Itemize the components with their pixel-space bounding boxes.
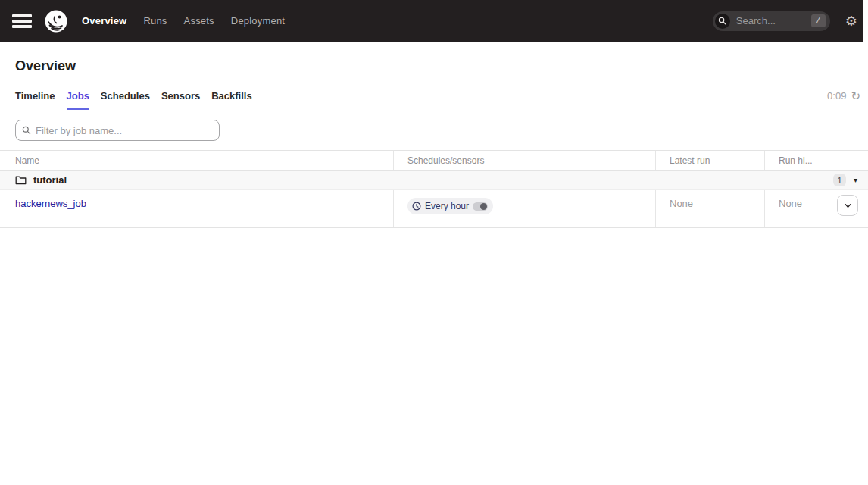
nav-item-runs[interactable]: Runs (143, 15, 167, 27)
table-header-row: Name Schedules/sensors Latest run Run hi… (0, 150, 868, 171)
top-navbar: Overview Runs Assets Deployment Search..… (0, 0, 868, 42)
column-header-actions (823, 151, 868, 170)
gear-icon[interactable]: ⚙ (845, 14, 857, 28)
job-name-cell: hackernews_job (0, 190, 394, 227)
run-history-cell: None (765, 190, 823, 227)
column-header-run-history: Run hi... (765, 151, 823, 170)
caret-down-icon[interactable]: ▾ (854, 177, 857, 184)
row-actions-cell (823, 190, 868, 227)
refresh-icon[interactable]: ↻ (851, 90, 860, 102)
latest-run-cell: None (656, 190, 765, 227)
job-filter (15, 120, 220, 141)
row-expand-button[interactable] (837, 195, 858, 216)
search-placeholder: Search... (736, 15, 811, 27)
refresh-timer: 0:09 ↻ (827, 90, 863, 102)
search-shortcut-badge: / (811, 14, 826, 27)
column-header-schedules-sensors: Schedules/sensors (394, 151, 656, 170)
job-link[interactable]: hackernews_job (15, 198, 86, 209)
primary-nav: Overview Runs Assets Deployment (82, 15, 285, 27)
nav-item-assets[interactable]: Assets (184, 15, 214, 27)
clock-icon (412, 202, 421, 211)
folder-icon (15, 175, 27, 185)
schedule-toggle[interactable] (473, 202, 488, 211)
search-icon (715, 14, 730, 29)
scrollbar-track (863, 0, 868, 42)
column-header-name: Name (0, 151, 394, 170)
group-count-badge: 1 (833, 174, 846, 186)
dagster-logo-icon[interactable] (44, 9, 68, 33)
chevron-down-icon (843, 201, 853, 211)
repo-group-row[interactable]: tutorial 1 ▾ (0, 171, 868, 190)
overview-tabs: Timeline Jobs Schedules Sensors Backfill… (15, 90, 252, 110)
schedule-label: Every hour (425, 201, 469, 211)
jobs-table: Name Schedules/sensors Latest run Run hi… (0, 150, 868, 228)
schedule-chip[interactable]: Every hour (407, 198, 493, 214)
hamburger-menu-icon[interactable] (12, 14, 32, 28)
nav-item-deployment[interactable]: Deployment (231, 15, 285, 27)
page-title: Overview (0, 42, 868, 74)
job-filter-input[interactable] (36, 125, 213, 136)
global-search[interactable]: Search... / (713, 11, 830, 31)
tab-timeline[interactable]: Timeline (15, 90, 55, 110)
tab-sensors[interactable]: Sensors (161, 90, 200, 110)
nav-item-overview[interactable]: Overview (82, 15, 126, 27)
table-row: hackernews_job Every hour None None (0, 190, 868, 228)
column-header-latest-run: Latest run (656, 151, 765, 170)
tabs-row: Timeline Jobs Schedules Sensors Backfill… (0, 90, 868, 110)
filter-search-icon (22, 126, 31, 135)
tab-jobs[interactable]: Jobs (67, 90, 89, 110)
tab-schedules[interactable]: Schedules (101, 90, 150, 110)
refresh-countdown: 0:09 (827, 90, 846, 102)
group-name: tutorial (33, 174, 67, 186)
job-schedule-cell: Every hour (394, 190, 656, 227)
tab-backfills[interactable]: Backfills (211, 90, 251, 110)
